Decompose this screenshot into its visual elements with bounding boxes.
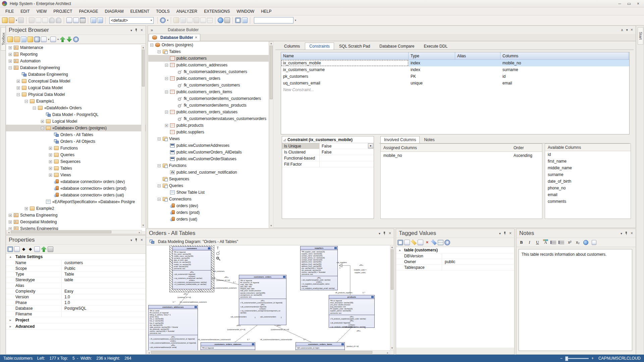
search-diagram-icon[interactable] [97,17,103,23]
auto-hide-pin-icon[interactable] [625,232,628,235]
expander-icon[interactable]: + [17,80,20,83]
tab-database-compare[interactable]: Database Compare [375,43,419,50]
linked-document-icon[interactable] [590,239,597,246]
entity-customers-orders-statuses[interactable]: customers_orders_statuses*PK id: bigseri… [201,342,255,350]
db-tree-item[interactable]: −public.customers [148,55,269,62]
db-tree-item[interactable]: −Sequences [148,176,269,182]
open-diagram-icon[interactable] [91,17,96,23]
project-tree-item[interactable]: +Tables [6,165,146,172]
section-advanced[interactable]: ▸Advanced [6,323,146,330]
expander-icon[interactable]: − [158,198,161,201]
chevron-down-icon[interactable]: ▾ [295,19,296,22]
menu-package[interactable]: PACKAGE [75,8,101,15]
tagged-row-owner[interactable]: Ownerpublic [396,259,514,265]
bold-icon[interactable]: B [518,239,525,246]
expander-icon[interactable]: − [158,50,161,53]
auto-hide-pin-icon[interactable] [135,28,138,32]
detail-row-is-clustered[interactable]: Is ClusteredFalse [282,149,374,155]
db-tree-item[interactable]: −fk_customersorders_customers [148,82,269,88]
section-expander-icon[interactable]: ▸ [6,317,15,323]
tagged-row-dbversion[interactable]: DBVersion [396,253,514,259]
db-tree-item[interactable]: −Orders (postgres) [148,42,269,48]
expander-icon[interactable]: + [49,147,52,150]
expander-icon[interactable]: + [49,154,52,157]
window-position-icon[interactable]: ▾ [130,238,132,242]
entity-products[interactable]: products*PK id: bigserialshort_descripti… [329,295,375,328]
db-tree-item[interactable]: −fk_customersordersstatuses_customersord… [148,115,269,122]
close-icon[interactable]: × [389,231,391,236]
numbered-list-icon[interactable] [558,239,565,246]
element-icon[interactable]: ◆ [28,246,33,252]
expander-icon[interactable]: + [49,174,52,177]
help-icon[interactable]: ? [160,17,166,23]
project-tree-item[interactable]: +Views [6,172,146,178]
project-tree-item[interactable]: −Orders - All Objects [6,138,146,145]
expander-icon[interactable]: + [9,46,12,49]
expander-icon[interactable]: + [9,53,12,56]
close-button[interactable]: × [637,1,639,6]
project-tree-item[interactable]: +Example2 [6,205,146,212]
chevron-down-icon[interactable]: ▾ [48,38,49,41]
db-tree-item[interactable]: −public.suppliers [148,129,269,135]
zoom-out-icon[interactable]: − [560,356,562,361]
available-column-item[interactable]: email [545,191,631,198]
new-package-icon[interactable] [14,37,20,42]
project-tree-item[interactable]: −«database connection» orders (dev) [6,178,146,185]
new-model-icon[interactable] [2,17,8,23]
expander-icon[interactable]: + [9,214,12,217]
db-tree-item[interactable]: −fk_customersordersitems_customersorders [148,95,269,102]
column-header-type[interactable]: Type [409,52,455,59]
db-tree-item[interactable]: −orders (dev) [148,202,269,209]
tagged-row-tablespace[interactable]: Tablespace [396,265,514,270]
project-browser-vscrollbar[interactable]: ▲▼ [141,45,145,228]
expander-icon[interactable]: − [165,64,168,67]
section-expander-icon[interactable]: ▴ [6,254,15,260]
db-tree-item[interactable]: −orders (uat) [148,216,269,223]
project-tree-item[interactable]: +Queries [6,152,146,158]
column-header-assigned-columns[interactable]: Assigned Columns [381,145,511,150]
db-tree-item[interactable]: −public.vwCustomerOrderStatuses [148,156,269,162]
navigate-up-icon[interactable] [41,246,47,252]
window-position-icon[interactable]: ▾ [130,28,132,32]
column-header-order[interactable]: Order [511,145,542,150]
property-row-type[interactable]: TypeTable [6,272,146,277]
quick-insert-icon[interactable]: T [216,246,220,250]
property-row-version[interactable]: Version1.0 [6,294,146,300]
expander-icon[interactable]: + [17,86,20,89]
entity-customers[interactable]: customers*PK id: bigserialfirst_name: va… [172,246,211,289]
available-column-item[interactable]: middle_name [545,165,631,171]
constraint-row[interactable]: uq_customers_emailuniqueemail [281,80,629,86]
db-tree-item[interactable]: −public.vwCustomerOrders_AllDetails [148,149,269,156]
available-column-item[interactable]: first_name [545,158,631,165]
collapse-icon[interactable]: ∧ [621,28,623,32]
categorized-icon[interactable] [7,246,13,252]
sort-alphabetical-icon[interactable] [404,240,410,245]
entity-customers-addresses[interactable]: customers_addresses*PK id: serialFK cust… [148,305,198,350]
quick-relation-icon[interactable] [216,252,219,255]
property-row-phase[interactable]: Phase1.0 [6,300,146,306]
property-row-stereotype[interactable]: Stereotypetable [6,277,146,283]
tab-columns[interactable]: Columns [280,43,304,50]
db-tree-item[interactable]: −public.customers_orders [148,75,269,82]
expander-icon[interactable]: − [9,66,12,69]
dropdown-button[interactable]: ▼ [368,143,373,148]
project-tree-item[interactable]: −«DataModel» Orders [6,105,146,111]
image-frame-icon[interactable] [242,17,248,23]
expand-chevron-icon[interactable]: » [151,27,153,33]
db-tree-item[interactable]: −Connections [148,196,269,202]
expander-icon[interactable]: + [9,221,12,224]
edit-notes-icon[interactable] [34,246,40,252]
property-row-filename[interactable]: Filename [6,311,146,317]
section-table-settings[interactable]: ▴Table Settings [6,254,146,260]
default-style-combo[interactable]: <default>▾ [109,17,154,24]
diagram-vscrollbar[interactable]: ▲▼ [390,245,394,350]
categorized-icon[interactable] [397,240,403,245]
project-tree-item[interactable]: −Database Engineering [6,71,146,78]
db-tree-item[interactable]: −public.customers_addresses [148,62,269,68]
checklist-icon[interactable] [438,240,443,245]
project-tree-item[interactable]: −Database Engineering [6,64,146,71]
db-tree-item[interactable]: −public.customers_orders_statuses [148,109,269,115]
new-tag-icon[interactable] [411,240,417,245]
move-up-icon[interactable] [60,37,65,42]
menu-analyzer[interactable]: ANALYZER [173,8,201,15]
